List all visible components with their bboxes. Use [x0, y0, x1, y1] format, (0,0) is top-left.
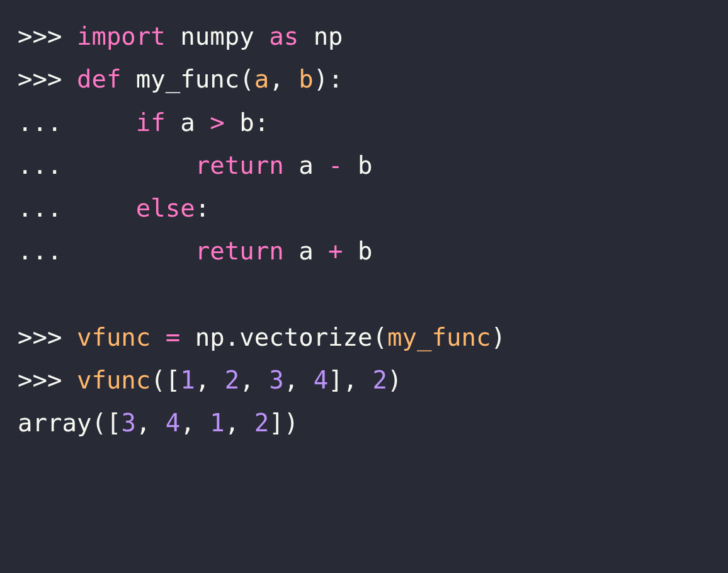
code-token: 4: [314, 366, 328, 394]
code-token: a: [254, 65, 269, 93]
code-token: +: [328, 237, 343, 265]
code-token: ([: [151, 366, 180, 394]
code-token: [121, 65, 135, 93]
code-line: ... return a - b: [18, 151, 373, 179]
code-token: ): [491, 323, 505, 351]
code-token: ): [387, 366, 402, 394]
code-token: ([: [91, 409, 121, 437]
code-token: array: [18, 409, 91, 437]
code-token: (: [373, 323, 387, 351]
code-line: ... else:: [18, 194, 210, 222]
code-token: ]): [269, 409, 299, 437]
code-line: ... if a > b:: [18, 108, 269, 137]
code-line: >>> vfunc([1, 2, 3, 4], 2): [18, 366, 402, 394]
code-line: >>> import numpy as np: [18, 22, 343, 50]
code-token: 3: [269, 366, 283, 394]
code-line: >>> vfunc = np.vectorize(my_func): [18, 323, 506, 351]
code-token: as: [269, 22, 299, 50]
code-token: my_func: [136, 65, 239, 93]
code-token: ,: [239, 366, 269, 394]
code-token: vectorize: [239, 323, 372, 351]
code-token: vfunc: [77, 366, 151, 394]
code-token: 2: [373, 366, 387, 394]
code-token: a: [284, 151, 328, 179]
code-token: >>>: [18, 323, 77, 351]
code-token: 1: [210, 409, 224, 437]
code-token: ...: [18, 237, 195, 265]
code-line: [18, 280, 32, 309]
code-token: [151, 323, 165, 351]
code-token: b: [299, 65, 313, 93]
code-token: 4: [166, 409, 180, 437]
code-token: [18, 280, 32, 309]
code-token: b: [343, 237, 373, 265]
code-token: ,: [180, 409, 210, 437]
code-token: 3: [121, 409, 135, 437]
code-token: 2: [225, 366, 239, 394]
code-token: vfunc: [77, 323, 151, 351]
code-token: a: [166, 108, 210, 137]
code-token: 1: [180, 366, 195, 394]
code-token: else: [136, 194, 195, 222]
code-token: if: [136, 108, 166, 137]
code-token: (: [239, 65, 254, 93]
code-token: >>>: [18, 65, 77, 93]
code-token: >>>: [18, 22, 77, 50]
code-token: ,: [284, 366, 314, 394]
code-token: ,: [195, 366, 225, 394]
code-token: numpy: [166, 22, 269, 50]
code-token: b: [225, 108, 254, 137]
code-token: return: [195, 237, 284, 265]
code-token: ...: [18, 151, 195, 179]
code-token: ],: [328, 366, 372, 394]
code-token: import: [77, 22, 166, 50]
code-token: np: [299, 22, 343, 50]
code-token: 2: [254, 409, 269, 437]
code-token: =: [166, 323, 180, 351]
code-line: >>> def my_func(a, b):: [18, 65, 343, 93]
code-token: np: [180, 323, 224, 351]
code-token: def: [77, 65, 121, 93]
code-token: my_func: [387, 323, 491, 351]
code-token: ,: [225, 409, 254, 437]
code-token: ...: [18, 108, 136, 137]
code-token: ,: [136, 409, 166, 437]
code-token: >: [210, 108, 224, 137]
code-line: ... return a + b: [18, 237, 373, 265]
code-token: :: [254, 108, 269, 137]
code-token: ...: [18, 194, 136, 222]
code-token: b: [343, 151, 373, 179]
code-token: -: [328, 151, 343, 179]
code-block: >>> import numpy as np >>> def my_func(a…: [0, 0, 728, 460]
code-token: return: [195, 151, 284, 179]
code-token: ):: [314, 65, 343, 93]
code-token: a: [284, 237, 328, 265]
code-token: ,: [269, 65, 299, 93]
code-token: >>>: [18, 366, 77, 394]
code-line: array([3, 4, 1, 2]): [18, 409, 299, 437]
code-token: :: [195, 194, 210, 222]
code-token: .: [225, 323, 239, 351]
